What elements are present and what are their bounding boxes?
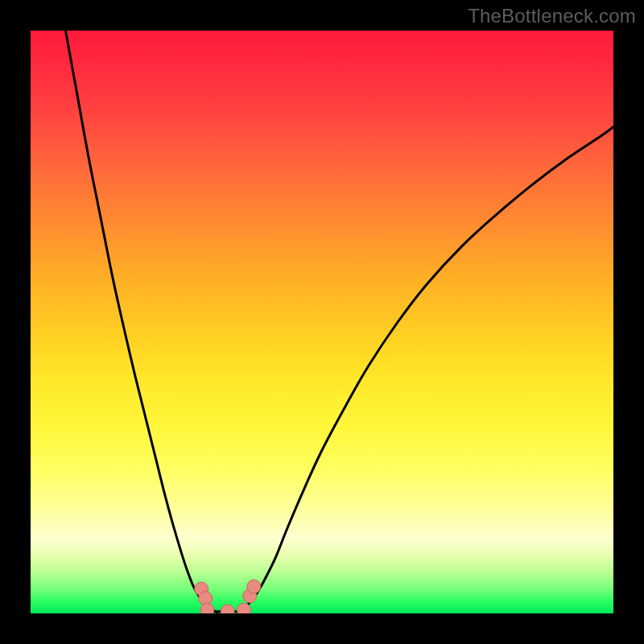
marker-right-extra	[247, 580, 261, 593]
marker-left-low	[200, 603, 214, 613]
watermark-text: TheBottleneck.com	[468, 5, 636, 27]
plot-area	[31, 31, 613, 613]
curve-right-curve	[241, 126, 613, 612]
chart-frame: TheBottleneck.com	[0, 0, 644, 644]
marker-mid-low	[221, 605, 234, 613]
curve-left-curve	[65, 31, 217, 613]
marker-right-low	[237, 603, 250, 613]
chart-svg	[31, 31, 613, 613]
